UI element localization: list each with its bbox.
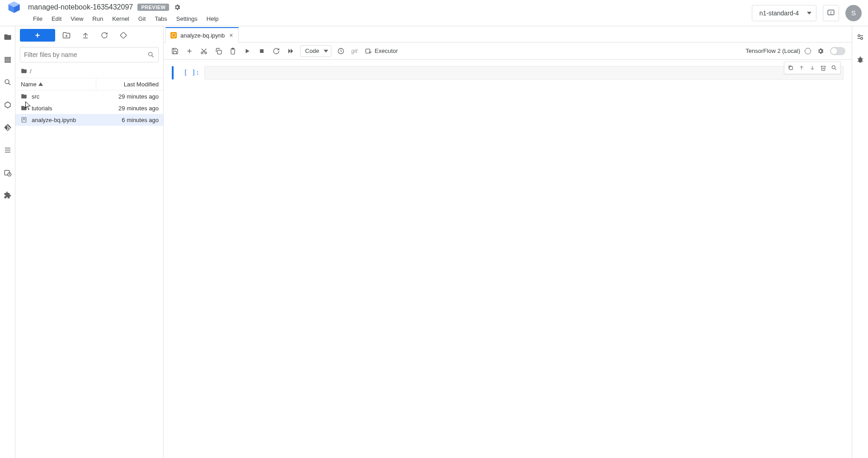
move-up-icon[interactable]: [796, 63, 807, 73]
svg-rect-35: [260, 49, 264, 53]
executor-button[interactable]: Executor: [363, 47, 400, 55]
hexagon-icon[interactable]: [3, 100, 12, 109]
git-icon[interactable]: [3, 123, 12, 132]
svg-marker-34: [246, 49, 250, 53]
notebook-title[interactable]: managed-notebook-1635432097: [28, 3, 133, 11]
new-launcher-button[interactable]: +: [20, 29, 55, 42]
svg-rect-31: [217, 50, 222, 54]
preview-badge: PREVIEW: [137, 4, 169, 11]
code-cell[interactable]: [ ]:: [166, 66, 844, 80]
copy-icon[interactable]: [213, 46, 223, 56]
breadcrumb[interactable]: /: [15, 64, 163, 78]
notebook-icon: [170, 32, 177, 38]
file-name: src: [32, 93, 92, 100]
running-icon[interactable]: [3, 55, 12, 64]
notebook-toolbar: Code git Executor TensorFlow 2 (Local): [164, 42, 852, 60]
folder-icon: [21, 93, 28, 100]
svg-line-21: [152, 56, 154, 57]
sort-indicator-icon: [38, 82, 43, 86]
scheduler-icon[interactable]: [3, 168, 12, 177]
run-all-icon[interactable]: [286, 46, 296, 56]
paste-icon[interactable]: [228, 46, 238, 56]
save-icon[interactable]: [170, 46, 180, 56]
feedback-button[interactable]: [823, 5, 839, 21]
breadcrumb-root[interactable]: /: [30, 68, 32, 75]
tab-label: analyze-bq.ipynb: [180, 32, 225, 39]
stop-icon[interactable]: [257, 46, 267, 56]
upload-icon[interactable]: [78, 29, 93, 42]
history-icon[interactable]: [336, 46, 346, 56]
menu-edit[interactable]: Edit: [47, 14, 66, 24]
cell-active-bar: [172, 66, 174, 80]
kernel-busy-icon[interactable]: [805, 48, 811, 54]
svg-line-44: [835, 68, 836, 70]
executor-label: Executor: [375, 47, 398, 54]
main-area: analyze-bq.ipynb × Code git Executor: [164, 26, 852, 458]
move-down-icon[interactable]: [807, 63, 818, 73]
cell-type-select[interactable]: Code: [300, 45, 331, 57]
menu-run[interactable]: Run: [88, 14, 108, 24]
duplicate-cell-icon[interactable]: [785, 63, 796, 73]
top-bar: managed-notebook-1635432097 PREVIEW File…: [0, 0, 868, 26]
search-icon[interactable]: [3, 78, 12, 87]
menu-git[interactable]: Git: [134, 14, 151, 24]
executor-icon: [365, 47, 372, 55]
file-modified: 29 minutes ago: [92, 93, 159, 100]
git-clone-icon[interactable]: [116, 29, 131, 42]
file-name: tutorials: [32, 105, 92, 112]
cell-prompt: [ ]:: [177, 66, 204, 76]
menu-file[interactable]: File: [28, 14, 47, 24]
cell-editor[interactable]: [204, 66, 844, 80]
svg-rect-7: [5, 59, 10, 60]
menu-tabs[interactable]: Tabs: [150, 14, 171, 24]
restart-icon[interactable]: [271, 46, 281, 56]
menu-help[interactable]: Help: [202, 14, 223, 24]
run-icon[interactable]: [242, 46, 252, 56]
svg-point-43: [832, 66, 835, 69]
file-row[interactable]: tutorials29 minutes ago: [15, 102, 163, 114]
svg-point-49: [858, 57, 862, 63]
menu-kernel[interactable]: Kernel: [108, 14, 134, 24]
file-filter[interactable]: [20, 47, 159, 62]
notebook-icon: [21, 116, 28, 123]
add-cell-icon[interactable]: [184, 46, 194, 56]
delete-cell-icon[interactable]: [818, 63, 829, 73]
tab-active[interactable]: analyze-bq.ipynb ×: [165, 27, 239, 42]
menu-settings[interactable]: Settings: [172, 14, 202, 24]
file-row[interactable]: src29 minutes ago: [15, 90, 163, 102]
avatar-initial: S: [851, 9, 856, 17]
debug-toggle[interactable]: [830, 47, 845, 55]
top-bar-left: managed-notebook-1635432097 PREVIEW File…: [4, 0, 752, 26]
menu-bar: FileEditViewRunKernelGitTabsSettingsHelp: [4, 13, 752, 24]
debugger-icon[interactable]: [856, 55, 865, 64]
property-inspector-icon[interactable]: [856, 33, 865, 42]
new-folder-icon[interactable]: [59, 29, 74, 42]
kernel-settings-icon[interactable]: [816, 46, 826, 56]
toc-icon[interactable]: [3, 146, 12, 155]
column-modified-header[interactable]: Last Modified: [96, 81, 163, 88]
file-name: analyze-bq.ipynb: [32, 117, 92, 123]
file-filter-input[interactable]: [24, 51, 145, 58]
right-activity-rail: [852, 26, 868, 458]
svg-marker-37: [291, 48, 293, 53]
cut-icon[interactable]: [199, 46, 209, 56]
tab-bar: analyze-bq.ipynb ×: [164, 26, 852, 42]
file-row[interactable]: analyze-bq.ipynb6 minutes ago: [15, 114, 163, 126]
git-label[interactable]: git: [350, 47, 359, 54]
title-row: managed-notebook-1635432097 PREVIEW: [4, 0, 752, 13]
column-name-header[interactable]: Name: [15, 81, 96, 88]
folder-icon: [21, 68, 27, 74]
refresh-icon[interactable]: [97, 29, 112, 42]
folder-icon[interactable]: [3, 33, 12, 42]
user-avatar[interactable]: S: [845, 5, 862, 21]
menu-view[interactable]: View: [66, 14, 88, 24]
machine-type-select[interactable]: n1-standard-4: [752, 5, 816, 21]
inspect-icon[interactable]: [829, 63, 840, 73]
close-icon[interactable]: ×: [228, 32, 234, 39]
file-list: src29 minutes agotutorials29 minutes ago…: [15, 90, 163, 458]
kernel-label[interactable]: TensorFlow 2 (Local): [745, 47, 800, 54]
gear-icon[interactable]: [174, 4, 181, 11]
extensions-icon[interactable]: [3, 191, 12, 200]
folder-icon: [21, 104, 28, 112]
workspace: + / Name Last Modified src29 minutes ago…: [0, 26, 868, 458]
